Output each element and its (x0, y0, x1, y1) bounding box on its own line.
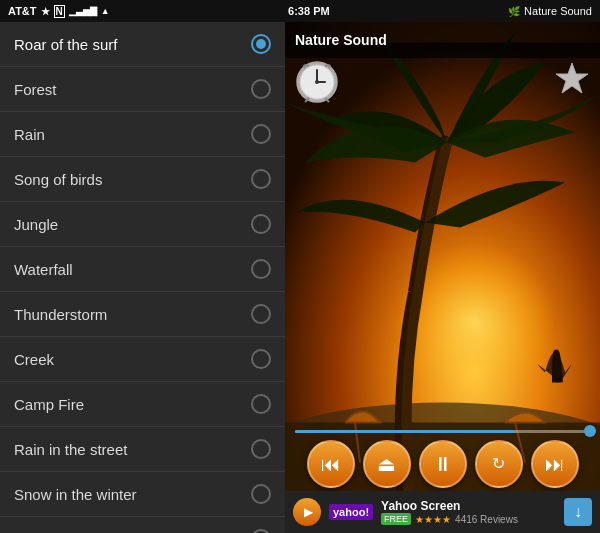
list-item[interactable]: Rain in the street (0, 427, 285, 472)
list-item-label: Jungle (14, 216, 58, 233)
radio-button[interactable] (251, 214, 271, 234)
eject-button[interactable]: ⏏ (363, 440, 411, 488)
app-title-status: Nature Sound (524, 5, 592, 17)
radio-button[interactable] (251, 349, 271, 369)
list-item[interactable]: Creek (0, 337, 285, 382)
carrier-text: AT&T (8, 5, 37, 17)
wifi-icon: ▲ (101, 6, 110, 16)
list-item-label: Rain (14, 126, 45, 143)
yahoo-info: Yahoo Screen FREE ★★★★ 4416 Reviews (381, 499, 556, 525)
status-right: 🌿 Nature Sound (508, 5, 592, 17)
eject-icon: ⏏ (377, 454, 396, 474)
player-app-title: Nature Sound (295, 32, 387, 48)
yahoo-sub: FREE ★★★★ 4416 Reviews (381, 513, 556, 525)
list-item-label: Snow in the winter (14, 486, 137, 503)
yahoo-reviews: 4416 Reviews (455, 514, 518, 525)
radio-button[interactable] (251, 79, 271, 99)
repeat-button[interactable]: ↻ (475, 440, 523, 488)
player-panel: Nature Sound (285, 22, 600, 533)
status-carrier: AT&T ★ N ▁▃▅▇ ▲ (8, 5, 110, 18)
list-item[interactable]: Wind (0, 517, 285, 533)
playback-controls: ⏮ ⏏ ⏸ ↻ ⏭ (285, 440, 600, 488)
seek-bar[interactable] (295, 424, 590, 438)
list-item[interactable]: Snow in the winter (0, 472, 285, 517)
list-item[interactable]: Jungle (0, 202, 285, 247)
radio-button[interactable] (251, 259, 271, 279)
radio-button[interactable] (251, 439, 271, 459)
radio-button[interactable] (251, 529, 271, 533)
yahoo-banner[interactable]: ▶ yahoo! Yahoo Screen FREE ★★★★ 4416 Rev… (285, 491, 600, 533)
seek-fill (295, 430, 516, 433)
list-item[interactable]: Camp Fire (0, 382, 285, 427)
yahoo-play-icon: ▶ (304, 505, 313, 519)
radio-button[interactable] (251, 169, 271, 189)
favorite-button[interactable] (554, 60, 590, 100)
sound-list[interactable]: Roar of the surfForestRainSong of birdsJ… (0, 22, 285, 533)
radio-button[interactable] (251, 394, 271, 414)
status-bar: AT&T ★ N ▁▃▅▇ ▲ 6:38 PM 🌿 Nature Sound (0, 0, 600, 22)
list-item-label: Roar of the surf (14, 36, 117, 53)
pause-icon: ⏸ (433, 454, 453, 474)
list-item-label: Forest (14, 81, 57, 98)
radio-button[interactable] (251, 304, 271, 324)
list-item-label: Creek (14, 351, 54, 368)
radio-button[interactable] (251, 124, 271, 144)
list-item-label: Camp Fire (14, 396, 84, 413)
time-text: 6:38 PM (288, 5, 330, 17)
yahoo-stars: ★★★★ (415, 514, 451, 525)
leaf-icon: 🌿 (508, 6, 520, 17)
list-item[interactable]: Waterfall (0, 247, 285, 292)
list-item[interactable]: Rain (0, 112, 285, 157)
forward-icon: ⏭ (545, 454, 565, 474)
seek-track (295, 430, 590, 433)
bluetooth-icon: ★ (41, 6, 50, 17)
list-item-label: Rain in the street (14, 441, 127, 458)
forward-button[interactable]: ⏭ (531, 440, 579, 488)
yahoo-title: Yahoo Screen (381, 499, 556, 513)
list-item[interactable]: Forest (0, 67, 285, 112)
list-item[interactable]: Thunderstorm (0, 292, 285, 337)
list-item-label: Song of birds (14, 171, 102, 188)
yahoo-play-button[interactable]: ▶ (293, 498, 321, 526)
svg-point-8 (315, 80, 319, 84)
clock-icon (295, 60, 339, 104)
rewind-button[interactable]: ⏮ (307, 440, 355, 488)
list-item-label: Waterfall (14, 261, 73, 278)
clock-button[interactable] (295, 60, 339, 108)
seek-thumb[interactable] (584, 425, 596, 437)
pause-button[interactable]: ⏸ (419, 440, 467, 488)
star-icon (554, 60, 590, 96)
yahoo-logo: yahoo! (329, 504, 373, 520)
download-button[interactable]: ↓ (564, 498, 592, 526)
radio-button[interactable] (251, 34, 271, 54)
nfc-icon: N (54, 5, 65, 18)
list-item-label: Thunderstorm (14, 306, 107, 323)
svg-marker-11 (556, 63, 588, 93)
rewind-icon: ⏮ (321, 454, 341, 474)
list-item[interactable]: Song of birds (0, 157, 285, 202)
yahoo-free-badge: FREE (381, 513, 411, 525)
signal-icon: ▁▃▅▇ (69, 6, 97, 16)
repeat-icon: ↻ (492, 456, 505, 472)
main-container: Roar of the surfForestRainSong of birdsJ… (0, 22, 600, 533)
list-item[interactable]: Roar of the surf (0, 22, 285, 67)
status-time: 6:38 PM (288, 5, 330, 17)
player-title-bar: Nature Sound (285, 22, 600, 58)
yahoo-logo-text: yahoo! (333, 506, 369, 518)
radio-button[interactable] (251, 484, 271, 504)
download-icon: ↓ (574, 503, 582, 521)
